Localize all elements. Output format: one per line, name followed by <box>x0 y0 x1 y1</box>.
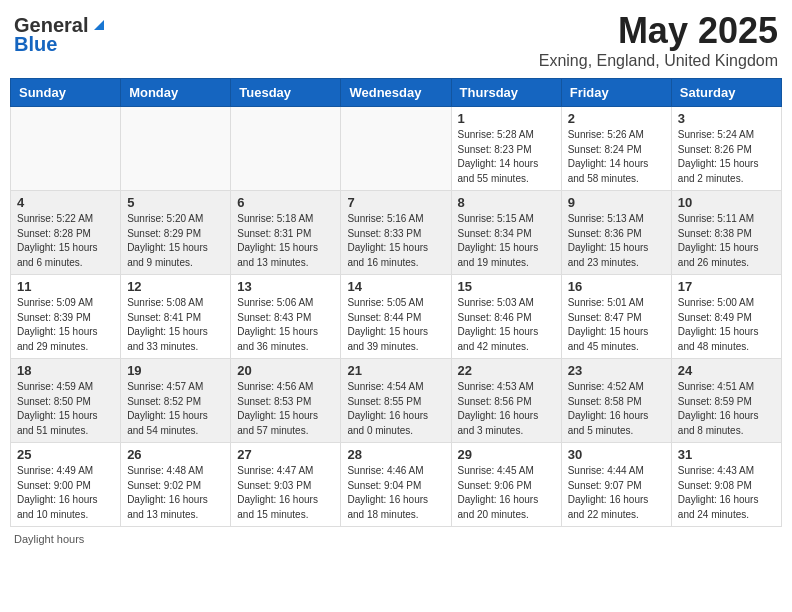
day-number: 6 <box>237 195 334 210</box>
calendar-cell: 27Sunrise: 4:47 AM Sunset: 9:03 PM Dayli… <box>231 443 341 527</box>
day-info: Sunrise: 5:05 AM Sunset: 8:44 PM Dayligh… <box>347 296 444 354</box>
logo: General Blue <box>14 14 108 56</box>
day-number: 15 <box>458 279 555 294</box>
calendar-cell: 15Sunrise: 5:03 AM Sunset: 8:46 PM Dayli… <box>451 275 561 359</box>
page-header: General Blue May 2025 Exning, England, U… <box>10 10 782 70</box>
calendar-cell: 14Sunrise: 5:05 AM Sunset: 8:44 PM Dayli… <box>341 275 451 359</box>
day-number: 16 <box>568 279 665 294</box>
day-number: 17 <box>678 279 775 294</box>
day-info: Sunrise: 5:03 AM Sunset: 8:46 PM Dayligh… <box>458 296 555 354</box>
calendar-cell: 31Sunrise: 4:43 AM Sunset: 9:08 PM Dayli… <box>671 443 781 527</box>
calendar-cell: 30Sunrise: 4:44 AM Sunset: 9:07 PM Dayli… <box>561 443 671 527</box>
calendar-day-header: Saturday <box>671 79 781 107</box>
day-info: Sunrise: 5:18 AM Sunset: 8:31 PM Dayligh… <box>237 212 334 270</box>
calendar-cell <box>231 107 341 191</box>
day-info: Sunrise: 4:54 AM Sunset: 8:55 PM Dayligh… <box>347 380 444 438</box>
day-info: Sunrise: 4:57 AM Sunset: 8:52 PM Dayligh… <box>127 380 224 438</box>
calendar-cell: 29Sunrise: 4:45 AM Sunset: 9:06 PM Dayli… <box>451 443 561 527</box>
day-info: Sunrise: 5:26 AM Sunset: 8:24 PM Dayligh… <box>568 128 665 186</box>
day-info: Sunrise: 5:20 AM Sunset: 8:29 PM Dayligh… <box>127 212 224 270</box>
logo-blue-text: Blue <box>14 33 57 56</box>
daylight-label: Daylight hours <box>14 533 84 545</box>
calendar-cell <box>341 107 451 191</box>
day-info: Sunrise: 4:59 AM Sunset: 8:50 PM Dayligh… <box>17 380 114 438</box>
calendar-cell: 10Sunrise: 5:11 AM Sunset: 8:38 PM Dayli… <box>671 191 781 275</box>
day-info: Sunrise: 5:15 AM Sunset: 8:34 PM Dayligh… <box>458 212 555 270</box>
day-number: 3 <box>678 111 775 126</box>
title-area: May 2025 Exning, England, United Kingdom <box>539 10 778 70</box>
day-number: 1 <box>458 111 555 126</box>
day-info: Sunrise: 5:08 AM Sunset: 8:41 PM Dayligh… <box>127 296 224 354</box>
day-number: 11 <box>17 279 114 294</box>
calendar-cell: 11Sunrise: 5:09 AM Sunset: 8:39 PM Dayli… <box>11 275 121 359</box>
day-info: Sunrise: 4:56 AM Sunset: 8:53 PM Dayligh… <box>237 380 334 438</box>
day-info: Sunrise: 5:13 AM Sunset: 8:36 PM Dayligh… <box>568 212 665 270</box>
calendar-cell: 16Sunrise: 5:01 AM Sunset: 8:47 PM Dayli… <box>561 275 671 359</box>
day-info: Sunrise: 4:47 AM Sunset: 9:03 PM Dayligh… <box>237 464 334 522</box>
day-number: 25 <box>17 447 114 462</box>
calendar-cell: 24Sunrise: 4:51 AM Sunset: 8:59 PM Dayli… <box>671 359 781 443</box>
calendar-cell: 17Sunrise: 5:00 AM Sunset: 8:49 PM Dayli… <box>671 275 781 359</box>
day-number: 9 <box>568 195 665 210</box>
calendar-cell: 21Sunrise: 4:54 AM Sunset: 8:55 PM Dayli… <box>341 359 451 443</box>
calendar-header-row: SundayMondayTuesdayWednesdayThursdayFrid… <box>11 79 782 107</box>
calendar-cell: 26Sunrise: 4:48 AM Sunset: 9:02 PM Dayli… <box>121 443 231 527</box>
day-info: Sunrise: 4:44 AM Sunset: 9:07 PM Dayligh… <box>568 464 665 522</box>
calendar-cell <box>11 107 121 191</box>
day-info: Sunrise: 5:24 AM Sunset: 8:26 PM Dayligh… <box>678 128 775 186</box>
month-title: May 2025 <box>539 10 778 52</box>
calendar-cell: 12Sunrise: 5:08 AM Sunset: 8:41 PM Dayli… <box>121 275 231 359</box>
day-info: Sunrise: 4:53 AM Sunset: 8:56 PM Dayligh… <box>458 380 555 438</box>
calendar-cell: 3Sunrise: 5:24 AM Sunset: 8:26 PM Daylig… <box>671 107 781 191</box>
calendar-cell: 8Sunrise: 5:15 AM Sunset: 8:34 PM Daylig… <box>451 191 561 275</box>
day-info: Sunrise: 4:46 AM Sunset: 9:04 PM Dayligh… <box>347 464 444 522</box>
calendar-cell: 13Sunrise: 5:06 AM Sunset: 8:43 PM Dayli… <box>231 275 341 359</box>
day-number: 28 <box>347 447 444 462</box>
calendar-cell: 22Sunrise: 4:53 AM Sunset: 8:56 PM Dayli… <box>451 359 561 443</box>
calendar-day-header: Thursday <box>451 79 561 107</box>
day-number: 27 <box>237 447 334 462</box>
calendar-week-row: 4Sunrise: 5:22 AM Sunset: 8:28 PM Daylig… <box>11 191 782 275</box>
calendar-cell: 19Sunrise: 4:57 AM Sunset: 8:52 PM Dayli… <box>121 359 231 443</box>
day-number: 21 <box>347 363 444 378</box>
calendar-day-header: Friday <box>561 79 671 107</box>
day-number: 13 <box>237 279 334 294</box>
calendar-week-row: 25Sunrise: 4:49 AM Sunset: 9:00 PM Dayli… <box>11 443 782 527</box>
day-number: 2 <box>568 111 665 126</box>
day-info: Sunrise: 4:52 AM Sunset: 8:58 PM Dayligh… <box>568 380 665 438</box>
day-number: 30 <box>568 447 665 462</box>
day-info: Sunrise: 5:06 AM Sunset: 8:43 PM Dayligh… <box>237 296 334 354</box>
calendar-week-row: 18Sunrise: 4:59 AM Sunset: 8:50 PM Dayli… <box>11 359 782 443</box>
location-title: Exning, England, United Kingdom <box>539 52 778 70</box>
day-number: 23 <box>568 363 665 378</box>
calendar-cell: 28Sunrise: 4:46 AM Sunset: 9:04 PM Dayli… <box>341 443 451 527</box>
calendar-cell: 23Sunrise: 4:52 AM Sunset: 8:58 PM Dayli… <box>561 359 671 443</box>
calendar-cell: 1Sunrise: 5:28 AM Sunset: 8:23 PM Daylig… <box>451 107 561 191</box>
day-number: 19 <box>127 363 224 378</box>
calendar-day-header: Tuesday <box>231 79 341 107</box>
day-info: Sunrise: 5:16 AM Sunset: 8:33 PM Dayligh… <box>347 212 444 270</box>
calendar-cell: 9Sunrise: 5:13 AM Sunset: 8:36 PM Daylig… <box>561 191 671 275</box>
calendar-cell: 4Sunrise: 5:22 AM Sunset: 8:28 PM Daylig… <box>11 191 121 275</box>
day-info: Sunrise: 4:48 AM Sunset: 9:02 PM Dayligh… <box>127 464 224 522</box>
day-info: Sunrise: 4:45 AM Sunset: 9:06 PM Dayligh… <box>458 464 555 522</box>
day-number: 10 <box>678 195 775 210</box>
calendar-cell: 2Sunrise: 5:26 AM Sunset: 8:24 PM Daylig… <box>561 107 671 191</box>
day-info: Sunrise: 4:51 AM Sunset: 8:59 PM Dayligh… <box>678 380 775 438</box>
footer-note: Daylight hours <box>10 533 782 545</box>
calendar-cell: 7Sunrise: 5:16 AM Sunset: 8:33 PM Daylig… <box>341 191 451 275</box>
calendar-cell: 20Sunrise: 4:56 AM Sunset: 8:53 PM Dayli… <box>231 359 341 443</box>
day-number: 18 <box>17 363 114 378</box>
day-info: Sunrise: 5:22 AM Sunset: 8:28 PM Dayligh… <box>17 212 114 270</box>
day-number: 5 <box>127 195 224 210</box>
calendar-cell: 5Sunrise: 5:20 AM Sunset: 8:29 PM Daylig… <box>121 191 231 275</box>
calendar-cell: 18Sunrise: 4:59 AM Sunset: 8:50 PM Dayli… <box>11 359 121 443</box>
calendar-week-row: 1Sunrise: 5:28 AM Sunset: 8:23 PM Daylig… <box>11 107 782 191</box>
day-number: 7 <box>347 195 444 210</box>
day-number: 14 <box>347 279 444 294</box>
calendar-cell: 6Sunrise: 5:18 AM Sunset: 8:31 PM Daylig… <box>231 191 341 275</box>
day-info: Sunrise: 4:43 AM Sunset: 9:08 PM Dayligh… <box>678 464 775 522</box>
calendar-week-row: 11Sunrise: 5:09 AM Sunset: 8:39 PM Dayli… <box>11 275 782 359</box>
day-number: 24 <box>678 363 775 378</box>
day-info: Sunrise: 5:28 AM Sunset: 8:23 PM Dayligh… <box>458 128 555 186</box>
